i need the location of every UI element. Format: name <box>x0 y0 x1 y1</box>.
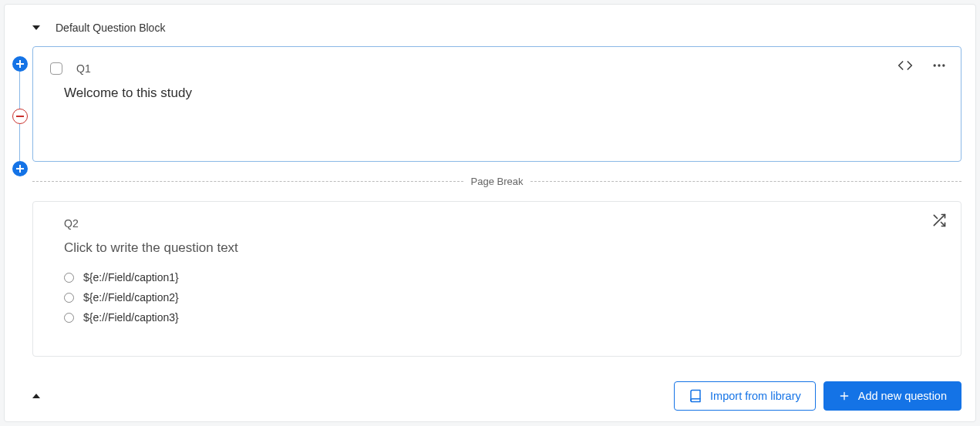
svg-point-2 <box>942 64 945 66</box>
svg-line-5 <box>934 215 937 218</box>
question-card-q2[interactable]: Q2 Click to write the question text ${e:… <box>32 201 961 357</box>
question-card-q1[interactable]: Q1 Welcome to this study <box>32 46 961 162</box>
svg-point-1 <box>938 64 940 66</box>
radio-icon[interactable] <box>64 293 74 303</box>
footer: Import from library Add new question <box>19 381 961 411</box>
choice-item[interactable]: ${e://Field/caption1} <box>64 271 942 283</box>
button-label: Add new question <box>858 390 947 402</box>
shuffle-icon[interactable] <box>931 213 947 228</box>
code-icon[interactable] <box>897 58 913 73</box>
select-question-checkbox[interactable] <box>50 62 62 75</box>
collapse-block-icon[interactable] <box>32 25 40 30</box>
block-header: Default Question Block <box>19 18 961 46</box>
choice-label[interactable]: ${e://Field/caption2} <box>83 291 179 304</box>
divider-line <box>530 181 961 182</box>
question-id: Q2 <box>64 217 79 230</box>
button-label: Import from library <box>710 390 801 402</box>
page-break-label: Page Break <box>463 176 531 187</box>
radio-icon[interactable] <box>64 313 74 323</box>
add-question-below-button[interactable] <box>12 161 28 176</box>
question-actions <box>897 58 947 73</box>
add-question-above-button[interactable] <box>12 56 28 72</box>
import-from-library-button[interactable]: Import from library <box>674 381 816 411</box>
page-break[interactable]: Page Break <box>32 176 961 187</box>
choice-label[interactable]: ${e://Field/caption1} <box>83 271 179 283</box>
question-actions <box>931 213 947 228</box>
choice-label[interactable]: ${e://Field/caption3} <box>83 311 179 324</box>
question-text[interactable]: Welcome to this study <box>64 86 942 101</box>
question-text-placeholder[interactable]: Click to write the question text <box>64 240 942 256</box>
divider-line <box>32 181 463 182</box>
library-icon <box>689 389 702 403</box>
scroll-to-top-icon[interactable] <box>32 394 40 398</box>
radio-icon[interactable] <box>64 273 74 283</box>
survey-canvas: Default Question Block Q1 Welcome to thi… <box>4 4 976 422</box>
question-id: Q1 <box>76 62 91 75</box>
block-title[interactable]: Default Question Block <box>56 22 165 34</box>
choice-item[interactable]: ${e://Field/caption2} <box>64 291 942 304</box>
choice-item[interactable]: ${e://Field/caption3} <box>64 311 942 324</box>
more-options-icon[interactable] <box>931 58 947 73</box>
remove-question-button[interactable] <box>12 109 28 124</box>
add-new-question-button[interactable]: Add new question <box>823 381 961 411</box>
gutter-line <box>19 72 20 109</box>
svg-point-0 <box>934 64 936 66</box>
choice-list: ${e://Field/caption1} ${e://Field/captio… <box>64 271 942 324</box>
plus-icon <box>838 390 850 402</box>
gutter-line <box>19 124 20 161</box>
